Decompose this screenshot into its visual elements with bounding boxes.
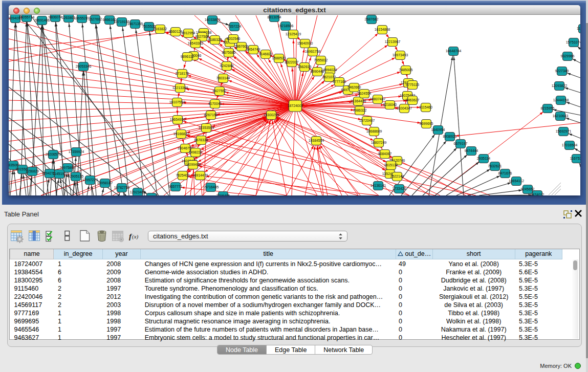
svg-text:1640954: 1640954 xyxy=(431,128,445,132)
svg-text:19384554: 19384554 xyxy=(309,139,324,142)
svg-text:8990448: 8990448 xyxy=(311,70,324,73)
svg-text:12353594: 12353594 xyxy=(199,126,214,129)
svg-text:16210643: 16210643 xyxy=(553,114,569,118)
svg-text:7986322: 7986322 xyxy=(353,108,367,112)
svg-text:9463627: 9463627 xyxy=(406,98,420,102)
svg-text:10807487: 10807487 xyxy=(370,97,386,101)
svg-text:16671355: 16671355 xyxy=(127,22,143,26)
svg-text:9657771: 9657771 xyxy=(169,185,183,188)
svg-text:16154808: 16154808 xyxy=(375,28,390,31)
svg-text:15720407: 15720407 xyxy=(359,119,375,122)
svg-text:16782759: 16782759 xyxy=(114,186,130,189)
svg-text:3624554: 3624554 xyxy=(358,92,372,95)
svg-text:11004347: 11004347 xyxy=(397,106,412,110)
svg-text:18300295: 18300295 xyxy=(264,113,279,117)
svg-text:30975867: 30975867 xyxy=(60,166,76,169)
svg-text:9474012: 9474012 xyxy=(531,193,545,195)
svg-text:1588520: 1588520 xyxy=(272,56,286,60)
svg-text:16648784: 16648784 xyxy=(446,49,462,53)
svg-text:10688609: 10688609 xyxy=(366,129,382,133)
svg-text:9806074: 9806074 xyxy=(49,15,62,19)
svg-text:(x): (x) xyxy=(132,233,139,240)
svg-text:10655287: 10655287 xyxy=(74,16,90,20)
svg-text:17359924: 17359924 xyxy=(69,150,84,154)
svg-text:1615132: 1615132 xyxy=(384,163,398,167)
svg-text:9146821: 9146821 xyxy=(259,52,273,56)
svg-text:9775115: 9775115 xyxy=(406,83,419,86)
svg-text:6216040: 6216040 xyxy=(383,103,397,106)
svg-text:7955812: 7955812 xyxy=(314,58,328,62)
svg-text:8660124: 8660124 xyxy=(169,30,183,33)
svg-text:9227349: 9227349 xyxy=(555,69,569,73)
svg-text:12325419: 12325419 xyxy=(286,32,301,36)
svg-text:16107554: 16107554 xyxy=(169,100,185,104)
svg-text:7462660: 7462660 xyxy=(347,85,361,89)
svg-text:1562615: 1562615 xyxy=(298,65,312,69)
svg-text:2522144: 2522144 xyxy=(390,174,404,178)
svg-text:2718176: 2718176 xyxy=(176,72,189,75)
svg-text:9084067: 9084067 xyxy=(378,152,392,156)
svg-text:2935114: 2935114 xyxy=(477,157,490,160)
svg-text:8912954: 8912954 xyxy=(182,31,195,35)
svg-text:7357224: 7357224 xyxy=(228,25,242,28)
svg-text:19654955: 19654955 xyxy=(170,118,186,121)
svg-text:9242848: 9242848 xyxy=(220,64,234,68)
svg-text:2687682: 2687682 xyxy=(365,17,379,21)
svg-text:15640910: 15640910 xyxy=(297,41,313,45)
svg-text:10654112: 10654112 xyxy=(509,179,524,183)
svg-text:18724007: 18724007 xyxy=(288,104,303,107)
svg-text:16543382: 16543382 xyxy=(188,41,204,45)
svg-text:9777169: 9777169 xyxy=(333,80,346,83)
svg-text:8427552: 8427552 xyxy=(213,89,227,93)
svg-text:9327508: 9327508 xyxy=(195,35,209,38)
svg-text:1733426: 1733426 xyxy=(393,187,406,190)
svg-text:20691406: 20691406 xyxy=(34,18,50,22)
svg-text:7163822: 7163822 xyxy=(154,27,167,31)
svg-text:8322037: 8322037 xyxy=(285,60,299,64)
svg-text:6679197: 6679197 xyxy=(454,142,468,145)
svg-text:8675685: 8675685 xyxy=(222,51,236,54)
svg-text:14055714: 14055714 xyxy=(19,15,35,19)
svg-text:8267150: 8267150 xyxy=(204,113,218,117)
svg-text:15716485: 15716485 xyxy=(203,185,219,189)
svg-text:12905135: 12905135 xyxy=(68,174,84,178)
svg-text:12444158: 12444158 xyxy=(553,98,569,102)
svg-text:7803144: 7803144 xyxy=(216,76,230,80)
svg-text:9474444: 9474444 xyxy=(465,149,478,152)
svg-text:1156829: 1156829 xyxy=(26,169,39,173)
svg-text:12213967: 12213967 xyxy=(385,40,401,43)
svg-text:16914479: 16914479 xyxy=(192,173,208,177)
svg-text:1112009: 1112009 xyxy=(577,27,580,30)
svg-text:12213369: 12213369 xyxy=(172,86,188,90)
svg-text:4170041: 4170041 xyxy=(208,102,222,105)
svg-text:17957223: 17957223 xyxy=(82,178,98,182)
svg-text:8202546: 8202546 xyxy=(227,37,241,40)
svg-text:8994024: 8994024 xyxy=(323,68,337,72)
svg-text:16033809: 16033809 xyxy=(205,18,221,21)
svg-text:7485005: 7485005 xyxy=(399,68,413,72)
svg-text:7216485: 7216485 xyxy=(216,194,230,195)
svg-text:20053346: 20053346 xyxy=(76,64,92,68)
svg-text:7632621: 7632621 xyxy=(488,164,502,168)
svg-text:1621072: 1621072 xyxy=(322,75,336,79)
svg-text:18807249: 18807249 xyxy=(371,141,387,144)
svg-text:1527602: 1527602 xyxy=(89,17,102,21)
svg-text:1498222: 1498222 xyxy=(189,150,203,154)
svg-text:20206576: 20206576 xyxy=(46,152,61,156)
svg-text:19218506: 19218506 xyxy=(278,24,294,28)
svg-text:15751074: 15751074 xyxy=(566,40,580,44)
svg-text:17016504: 17016504 xyxy=(562,143,578,147)
svg-text:8215955: 8215955 xyxy=(541,106,555,110)
svg-text:1167533: 1167533 xyxy=(570,157,580,160)
svg-text:8938923: 8938923 xyxy=(443,135,457,138)
svg-text:15692971: 15692971 xyxy=(556,129,572,133)
svg-text:16961758: 16961758 xyxy=(305,50,321,53)
svg-text:19166827: 19166827 xyxy=(173,132,189,136)
svg-text:8813054: 8813054 xyxy=(268,15,281,19)
svg-text:8186328: 8186328 xyxy=(208,38,222,41)
svg-text:7625402: 7625402 xyxy=(176,173,190,177)
svg-text:9896112: 9896112 xyxy=(181,55,194,58)
svg-text:10958187: 10958187 xyxy=(97,181,113,185)
svg-text:8678334: 8678334 xyxy=(194,138,208,142)
svg-text:1145193: 1145193 xyxy=(53,172,66,176)
